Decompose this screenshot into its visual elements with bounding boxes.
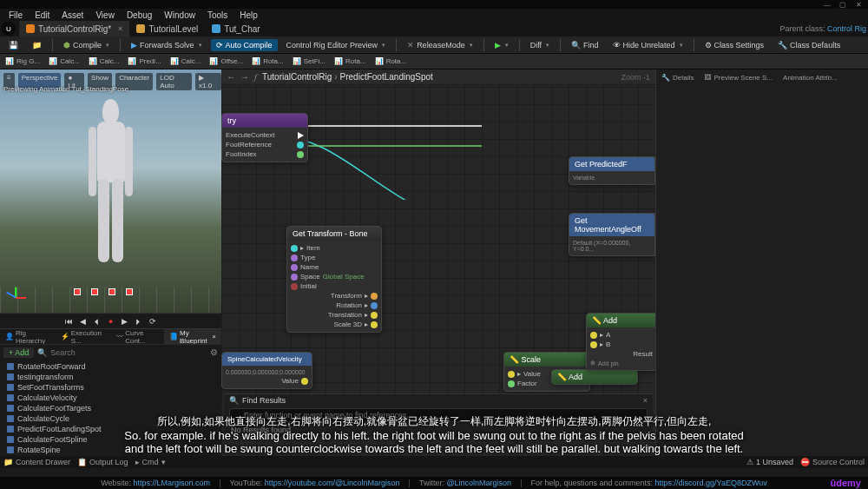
release-mode-button[interactable]: ✕ReleaseMode▾ xyxy=(402,39,478,51)
tab-tutorialcontrolrig[interactable]: TutorialControlRig* × xyxy=(19,21,129,36)
tab-my-blueprint[interactable]: 📘 My Blueprint × xyxy=(164,329,221,344)
graph-tab[interactable]: 📊 Calc... xyxy=(85,56,123,66)
rewind-button[interactable]: ⏮ xyxy=(64,316,75,327)
input-pin[interactable] xyxy=(508,380,515,387)
graph-tab[interactable]: 📊 Offse... xyxy=(206,56,247,66)
forwards-solve-button[interactable]: ▶Forwards Solve▾ xyxy=(126,39,207,51)
loop-button[interactable]: ⟳ xyxy=(148,316,158,327)
add-button[interactable]: + Add xyxy=(3,347,34,358)
output-pin[interactable] xyxy=(371,321,378,328)
input-pin[interactable] xyxy=(291,245,298,252)
output-log-button[interactable]: 📋 Output Log xyxy=(77,458,128,466)
output-pin[interactable] xyxy=(371,302,378,309)
menu-asset[interactable]: Asset xyxy=(56,10,89,20)
find-input[interactable] xyxy=(229,408,648,422)
diff-button[interactable]: Diff▾ xyxy=(525,39,555,51)
exec-pin[interactable] xyxy=(298,132,304,139)
graph-tab[interactable]: 📊 Rota... xyxy=(331,56,370,66)
spine-velocity-node[interactable]: SpineCalculatedVelocity 0.000000;0.00000… xyxy=(221,352,312,389)
output-pin[interactable] xyxy=(371,312,378,319)
input-pin[interactable] xyxy=(291,274,298,281)
function-tree[interactable]: RotateRootForward testingtransform SetFo… xyxy=(0,360,221,456)
website-link[interactable]: https://LMargison.com xyxy=(134,479,211,487)
function-item[interactable]: CalculateCycle xyxy=(0,413,221,424)
viewport[interactable]: ≡ Perspective ● Lit Show Character LOD A… xyxy=(0,69,221,313)
class-defaults-button[interactable]: 🔧Class Defaults xyxy=(773,39,845,51)
graph-tab[interactable]: 📊 Rota... xyxy=(372,56,411,66)
graph-tab[interactable]: 📊 Rig G... xyxy=(2,56,43,66)
hide-unrelated-button[interactable]: 👁Hide Unrelated▾ xyxy=(608,39,688,51)
output-pin[interactable] xyxy=(301,378,308,385)
window-maximize[interactable]: ▢ xyxy=(838,0,847,9)
entry-node[interactable]: try ExecuteContext FootReference FootInd… xyxy=(221,113,308,162)
source-control-button[interactable]: ⛔ Source Control xyxy=(800,458,865,466)
twitter-link[interactable]: @LincolnMargison xyxy=(446,479,511,487)
play-button[interactable]: ▶▾ xyxy=(490,39,514,51)
input-pin[interactable] xyxy=(590,341,597,348)
window-close[interactable]: ✕ xyxy=(854,0,863,9)
breadcrumb[interactable]: TutorialControlRig›PredictFootLandingSpo… xyxy=(262,72,433,82)
get-movement-node[interactable]: Get MovementAngleOff Default (X=0.000000… xyxy=(569,213,655,256)
input-pin[interactable] xyxy=(291,254,298,261)
discord-link[interactable]: https://discord.gg/YaEQ8DZWuv xyxy=(655,479,767,487)
tab-rig-hierarchy[interactable]: 👤 Rig Hierarchy xyxy=(0,329,56,344)
search-input[interactable] xyxy=(50,348,207,357)
get-transform-node[interactable]: Get Transform - Bone ▸ Item Type Name Sp… xyxy=(286,226,382,333)
step-back-button[interactable]: ◀ xyxy=(78,316,89,327)
menu-window[interactable]: Window xyxy=(159,10,201,20)
graph-tab[interactable]: 📊 Predi... xyxy=(124,56,164,66)
graph-tab[interactable]: 📊 Calc... xyxy=(167,56,205,66)
menu-edit[interactable]: Edit xyxy=(30,10,55,20)
window-minimize[interactable]: — xyxy=(823,0,832,9)
close-icon[interactable]: × xyxy=(643,396,648,405)
class-settings-button[interactable]: ⚙Class Settings xyxy=(700,39,770,51)
add-node[interactable]: 📏 Add ▸ A ▸ B Result ▸ ⊕ Add pin xyxy=(586,313,655,371)
browse-button[interactable]: 📁 xyxy=(27,39,47,51)
lod-dropdown[interactable]: LOD Auto xyxy=(156,73,192,90)
nav-back-button[interactable]: ← xyxy=(227,72,235,82)
nav-forward-button[interactable]: → xyxy=(240,72,249,82)
gear-icon[interactable]: ⚙ xyxy=(210,347,218,357)
function-item[interactable]: CalculateVelocity xyxy=(0,393,221,403)
unsaved-indicator[interactable]: ⚠ 1 Unsaved xyxy=(746,458,793,466)
menu-help[interactable]: Help xyxy=(234,10,263,20)
function-item[interactable]: RotateRootForward xyxy=(0,361,221,372)
function-item[interactable]: testingtransform xyxy=(0,372,221,382)
graph-tab[interactable]: 📊 SetFi... xyxy=(289,56,329,66)
input-pin[interactable] xyxy=(291,283,298,290)
tab-details[interactable]: 🔧 Details xyxy=(656,69,699,85)
menu-file[interactable]: File xyxy=(3,10,28,20)
add-small-node[interactable]: 📏 Add xyxy=(551,369,638,385)
input-pin[interactable] xyxy=(291,264,298,271)
play-button[interactable]: ▶ xyxy=(120,316,130,327)
tab-preview-scene[interactable]: 🖼 Preview Scene S... xyxy=(699,69,778,85)
menu-debug[interactable]: Debug xyxy=(122,10,157,20)
input-pin[interactable] xyxy=(590,332,597,339)
find-button[interactable]: 🔍Find xyxy=(566,39,604,51)
step-back2-button[interactable]: ⏴ xyxy=(92,316,102,327)
save-button[interactable]: 💾 xyxy=(3,39,23,51)
tab-animation-attrib[interactable]: Animation Attrib... xyxy=(778,69,843,85)
auto-compile-button[interactable]: ⟳Auto Compile xyxy=(211,39,278,51)
youtube-link[interactable]: https://youtube.com/@LincolnMargison xyxy=(265,479,400,487)
graph-tab[interactable]: 📊 Calc... xyxy=(45,56,83,66)
tab-tutchar[interactable]: Tut_Char xyxy=(205,21,266,36)
tab-curve[interactable]: 〰 Curve Cont... xyxy=(111,329,164,344)
menu-tools[interactable]: Tools xyxy=(202,10,233,20)
compile-button[interactable]: ⬢Compile▾ xyxy=(58,39,115,51)
input-pin[interactable] xyxy=(508,371,515,378)
preview-dropdown[interactable]: Control Rig Editor Preview▾ xyxy=(281,39,391,51)
tab-tutoriallevel[interactable]: TutorialLevel xyxy=(129,21,205,36)
function-item[interactable]: CalculateFootSpline xyxy=(0,434,221,445)
graph-tab[interactable]: 📊 Rota... xyxy=(248,56,287,66)
menu-view[interactable]: View xyxy=(90,10,120,20)
step-forward-button[interactable]: ⏵ xyxy=(134,316,144,327)
get-predicted-node[interactable]: Get PredictedF Variable xyxy=(569,156,655,185)
tab-execution[interactable]: ⚡ Execution S... xyxy=(56,329,111,344)
add-pin-button[interactable]: Add pin xyxy=(598,360,619,367)
output-pin[interactable] xyxy=(297,142,304,149)
parent-class-link[interactable]: Control Rig xyxy=(827,24,866,33)
output-pin[interactable] xyxy=(297,151,304,158)
speed-dropdown[interactable]: ▶ x1.0 xyxy=(195,73,221,90)
tab-close-icon[interactable]: × xyxy=(118,24,122,33)
